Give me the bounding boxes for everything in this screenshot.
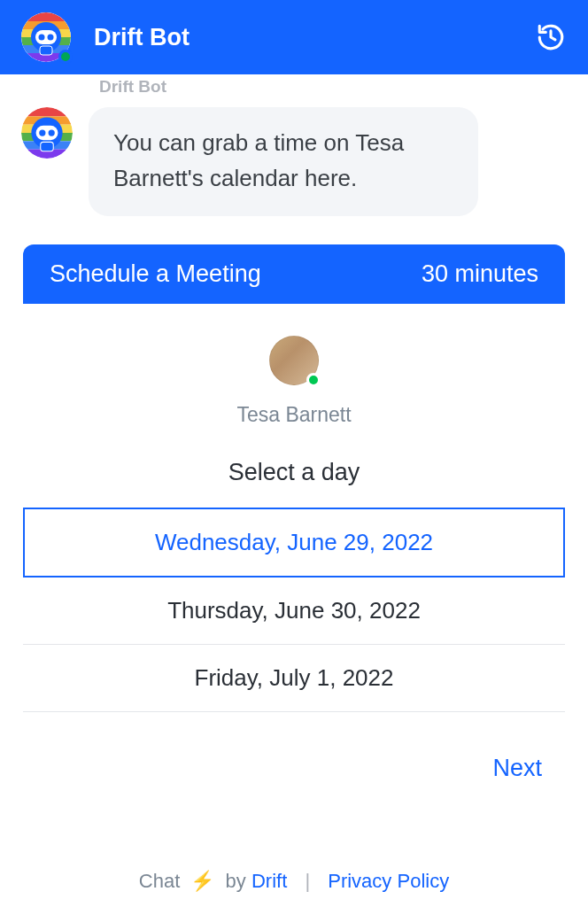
schedule-duration: 30 minutes	[422, 260, 538, 288]
footer-by: by	[226, 870, 246, 892]
svg-rect-11	[40, 46, 52, 55]
message-text: You can grab a time on Tesa Barnett's ca…	[113, 125, 453, 197]
svg-rect-12	[21, 107, 73, 116]
day-option[interactable]: Thursday, June 30, 2022	[23, 578, 565, 645]
schedule-meeting-bar: Schedule a Meeting 30 minutes	[23, 244, 565, 304]
day-option[interactable]: Wednesday, June 29, 2022	[23, 508, 565, 578]
svg-rect-22	[41, 142, 54, 151]
next-row: Next	[0, 712, 588, 782]
footer-separator: |	[305, 870, 310, 892]
header-title: Drift Bot	[94, 24, 535, 51]
day-list: Wednesday, June 29, 2022 Thursday, June …	[23, 508, 565, 712]
next-button[interactable]: Next	[492, 755, 542, 782]
svg-point-20	[39, 129, 45, 136]
svg-point-10	[48, 35, 54, 41]
online-status-dot	[58, 50, 73, 64]
privacy-policy-link[interactable]: Privacy Policy	[328, 870, 449, 892]
svg-point-9	[39, 35, 45, 41]
host-name: Tesa Barnett	[236, 403, 351, 427]
svg-rect-1	[21, 12, 71, 21]
footer-brand-link[interactable]: Drift	[251, 870, 287, 892]
history-icon[interactable]	[535, 21, 567, 53]
bolt-icon: ⚡	[190, 870, 214, 892]
drift-bot-icon	[21, 107, 73, 159]
chat-header: Drift Bot	[0, 0, 588, 74]
bot-avatar-wrap	[21, 12, 71, 62]
message-avatar-wrap	[21, 107, 73, 159]
host-block: Tesa Barnett	[0, 336, 588, 427]
sender-label: Drift Bot	[99, 77, 588, 97]
day-option[interactable]: Friday, July 1, 2022	[23, 645, 565, 712]
host-avatar-wrap	[269, 336, 319, 385]
select-day-title: Select a day	[0, 459, 588, 486]
online-status-dot	[306, 373, 321, 387]
schedule-title: Schedule a Meeting	[50, 260, 261, 288]
footer-chat-prefix: Chat	[139, 870, 180, 892]
message-bubble: You can grab a time on Tesa Barnett's ca…	[89, 107, 478, 216]
svg-point-21	[49, 129, 55, 136]
footer: Chat ⚡ by Drift | Privacy Policy	[0, 870, 588, 893]
message-avatar	[21, 107, 73, 159]
message-row: You can grab a time on Tesa Barnett's ca…	[0, 97, 588, 216]
